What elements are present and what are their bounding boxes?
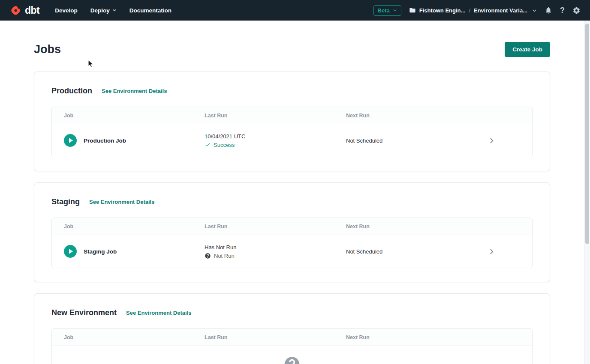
column-header-last-run: Last Run	[205, 334, 346, 340]
see-environment-details-link[interactable]: See Environment Details	[126, 310, 191, 316]
bell-icon[interactable]	[545, 6, 552, 14]
environment-card-header: Production See Environment Details	[51, 87, 533, 95]
last-run-date: Has Not Run	[205, 244, 346, 251]
dbt-logo[interactable]: dbt	[9, 4, 39, 17]
jobs-table: Job Last Run Next Run	[51, 328, 533, 364]
environment-card-production: Production See Environment Details Job L…	[34, 72, 550, 171]
vertical-scrollbar[interactable]	[584, 21, 590, 364]
environment-name: New Environment	[51, 308, 117, 317]
run-job-play-icon[interactable]	[64, 134, 77, 147]
last-run-date: 10/04/2021 UTC	[205, 133, 346, 140]
job-row[interactable]: Production Job 10/04/2021 UTC Success No…	[52, 124, 532, 157]
status-badge: Not Run	[205, 253, 346, 259]
next-run: Not Scheduled	[346, 248, 382, 255]
environment-name: Staging	[51, 197, 80, 206]
job-name: Production Job	[84, 137, 126, 144]
column-header-next-run: Next Run	[346, 113, 451, 119]
page-header-row: Jobs Create Job	[34, 42, 550, 57]
help-icon[interactable]: ?	[560, 6, 565, 15]
create-job-button[interactable]: Create Job	[505, 42, 550, 57]
check-icon	[205, 142, 211, 148]
empty-state-question-icon	[283, 355, 301, 364]
chevron-right-icon[interactable]	[488, 137, 495, 144]
column-header-job: Job	[52, 224, 205, 230]
status-badge: Success	[205, 142, 346, 148]
chevron-down-icon	[393, 8, 397, 12]
primary-nav: Develop Deploy Documentation	[55, 7, 172, 14]
folder-icon	[409, 7, 416, 14]
breadcrumb-separator: /	[469, 7, 470, 14]
column-header-last-run: Last Run	[205, 113, 346, 119]
column-header-job: Job	[52, 113, 205, 119]
status-label: Not Run	[214, 253, 235, 259]
brand-text: dbt	[25, 5, 39, 16]
chevron-down-icon	[532, 8, 537, 13]
job-row[interactable]: Staging Job Has Not Run Not Run Not Sche…	[52, 235, 532, 268]
nav-item-documentation[interactable]: Documentation	[129, 7, 172, 14]
environment-card-new-environment: New Environment See Environment Details …	[34, 293, 550, 364]
page-title: Jobs	[34, 43, 61, 56]
see-environment-details-link[interactable]: See Environment Details	[102, 88, 167, 94]
breadcrumb-project[interactable]: Fishtown Engin...	[419, 7, 466, 14]
environment-card-header: Staging See Environment Details	[51, 197, 533, 206]
breadcrumb[interactable]: Fishtown Engin... / Environment Varia...	[409, 7, 537, 14]
column-header-job: Job	[52, 334, 205, 340]
run-job-play-icon[interactable]	[64, 245, 77, 258]
job-name: Staging Job	[84, 248, 117, 255]
main-content: Jobs Create Job Production See Environme…	[34, 42, 550, 364]
empty-state	[52, 346, 532, 364]
environment-card-staging: Staging See Environment Details Job Last…	[34, 182, 550, 282]
chevron-right-icon[interactable]	[488, 248, 495, 255]
jobs-table: Job Last Run Next Run Production Job 10/…	[51, 107, 533, 157]
question-circle-icon	[205, 253, 211, 259]
column-header-next-run: Next Run	[346, 334, 451, 340]
nav-item-deploy[interactable]: Deploy	[90, 7, 117, 14]
dbt-logo-icon	[9, 4, 22, 17]
top-navigation-bar: dbt Develop Deploy Documentation Beta Fi…	[0, 0, 590, 21]
breadcrumb-page[interactable]: Environment Varia...	[474, 7, 527, 14]
chevron-down-icon	[112, 8, 117, 12]
environment-card-header: New Environment See Environment Details	[51, 308, 533, 317]
topbar-right-cluster: Beta Fishtown Engin... / Environment Var…	[373, 5, 581, 16]
status-label: Success	[214, 142, 235, 148]
next-run: Not Scheduled	[346, 137, 382, 144]
table-header-row: Job Last Run Next Run	[52, 107, 532, 124]
see-environment-details-link[interactable]: See Environment Details	[89, 199, 154, 205]
scrollbar-thumb[interactable]	[585, 24, 589, 244]
column-header-next-run: Next Run	[346, 224, 451, 230]
table-header-row: Job Last Run Next Run	[52, 329, 532, 346]
gear-icon[interactable]	[572, 6, 581, 15]
nav-item-develop[interactable]: Develop	[55, 7, 78, 14]
column-header-last-run: Last Run	[205, 224, 346, 230]
jobs-table: Job Last Run Next Run Staging Job Has No…	[51, 218, 533, 268]
environment-name: Production	[51, 87, 92, 95]
table-header-row: Job Last Run Next Run	[52, 218, 532, 235]
beta-badge[interactable]: Beta	[373, 5, 401, 16]
